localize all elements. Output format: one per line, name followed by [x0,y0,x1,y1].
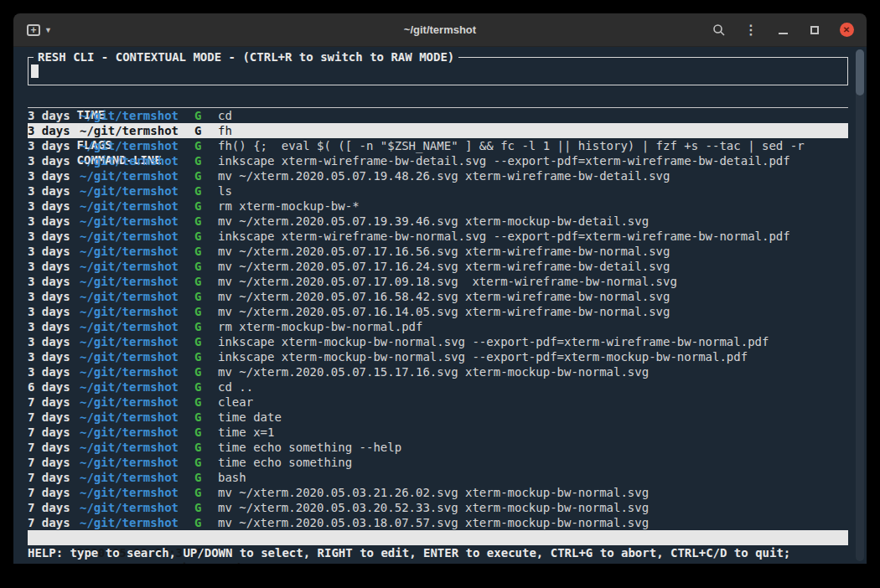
new-tab-button[interactable]: + ▼ [27,24,52,36]
history-row[interactable]: 3 days~/git/termshotGmv ~/xterm.2020.05.… [28,274,848,289]
scrollbar-thumb[interactable] [856,49,864,95]
row-flags: G [194,123,218,138]
row-flags: G [194,500,218,515]
row-host-directory: ~/git/termshot [80,123,194,138]
minimize-button[interactable] [773,20,793,40]
row-flags: G [194,153,218,168]
new-tab-icon: + [27,24,40,36]
row-time: 3 days [28,364,80,379]
history-row[interactable]: 3 days~/git/termshotGmv ~/xterm.2020.05.… [28,364,848,379]
row-host-directory: ~/git/termshot [80,168,194,183]
row-host-directory: ~/git/termshot [80,470,194,485]
history-row[interactable]: 3 days~/git/termshotGmv ~/xterm.2020.05.… [28,289,848,304]
history-row[interactable]: 7 days~/git/termshotGmv ~/xterm.2020.05.… [28,515,848,530]
row-host-directory: ~/git/termshot [80,108,194,123]
scrollbar[interactable] [856,49,864,561]
text-cursor [31,64,39,78]
history-row[interactable]: 3 days~/git/termshotGls [28,183,848,199]
row-command: time date [218,410,282,424]
close-button[interactable]: ✕ [836,20,857,40]
restore-icon [810,26,819,34]
row-flags: G [194,138,218,153]
history-row[interactable]: 7 days~/git/termshotGtime date [28,410,848,425]
row-command: mv ~/xterm.2020.05.07.17.16.56.svg xterm… [218,245,670,258]
menu-button[interactable]: ⋮ [741,20,761,40]
row-host-directory: ~/git/termshot [80,274,194,289]
row-time: 3 days [28,123,80,138]
history-row[interactable]: 3 days~/git/termshotGmv ~/xterm.2020.05.… [28,304,848,319]
terminal-window: + ▼ ~/git/termshot ⋮ ✕ [13,13,867,564]
history-row[interactable]: 3 days~/git/termshotGinkscape xterm-wire… [28,153,848,168]
row-command: mv ~/xterm.2020.05.07.17.09.18.svg xterm… [218,275,677,288]
resh-search-input[interactable]: RESH CLI - CONTEXTUAL MODE - (CTRL+R to … [28,57,848,85]
history-row[interactable]: 7 days~/git/termshotGtime echo something [28,455,848,470]
row-host-directory: ~/git/termshot [80,349,194,364]
row-host-directory: ~/git/termshot [80,425,194,440]
row-flags: G [194,470,218,485]
status-bar: 2020-05-08 00:34:56 tower:~/git/termshot… [28,530,848,545]
row-command: mv ~/xterm.2020.05.07.19.48.26.svg xterm… [218,169,670,183]
row-time: 3 days [28,244,80,259]
history-row[interactable]: 6 days~/git/termshotGcd .. [28,379,848,395]
row-command: fh [218,124,232,137]
row-command: mv ~/xterm.2020.05.07.15.17.16.svg xterm… [218,365,649,379]
history-row[interactable]: 7 days~/git/termshotGclear [28,395,848,410]
row-host-directory: ~/git/termshot [80,500,194,515]
row-command: cd .. [218,380,253,394]
row-host-directory: ~/git/termshot [80,440,194,455]
history-row[interactable]: 3 days~/git/termshotGinkscape xterm-mock… [28,349,848,364]
history-row[interactable]: 7 days~/git/termshotGtime x=1 [28,425,848,440]
row-time: 3 days [28,108,80,123]
history-row[interactable]: 3 days~/git/termshotGrm xterm-mockup-bw-… [28,199,848,214]
row-time: 7 days [28,455,80,470]
row-time: 7 days [28,410,80,425]
row-command: time echo something [218,456,352,469]
history-row[interactable]: 3 days~/git/termshotGfh [28,123,848,138]
history-row[interactable]: 3 days~/git/termshotGmv ~/xterm.2020.05.… [28,259,848,274]
row-time: 6 days [28,379,80,395]
row-host-directory: ~/git/termshot [80,364,194,379]
history-row[interactable]: 3 days~/git/termshotGfh() {; eval $( ([ … [28,138,848,153]
row-flags: G [194,289,218,304]
history-header: TIME HOST:DIRECTORY FLAGS COMMAND-LINE [28,92,848,108]
history-row[interactable]: 7 days~/git/termshotGtime echo something… [28,440,848,455]
chevron-down-icon[interactable]: ▼ [44,26,52,34]
row-time: 7 days [28,485,80,500]
row-command: mv ~/xterm.2020.05.07.16.58.42.svg xterm… [218,290,670,303]
row-time: 3 days [28,229,80,244]
row-host-directory: ~/git/termshot [80,410,194,425]
row-flags: G [194,229,218,244]
row-host-directory: ~/git/termshot [80,455,194,470]
row-command: fh() {; eval $( ([ -n "$ZSH_NAME" ] && f… [218,139,805,152]
history-row[interactable]: 3 days~/git/termshotGmv ~/xterm.2020.05.… [28,214,848,229]
history-row[interactable]: 3 days~/git/termshotGinkscape xterm-mock… [28,334,848,349]
row-flags: G [194,108,218,123]
row-flags: G [194,485,218,500]
history-row[interactable]: 7 days~/git/termshotGbash [28,470,848,485]
row-command: rm xterm-mockup-bw-* [218,199,360,213]
row-time: 3 days [28,259,80,274]
row-flags: G [194,259,218,274]
history-row[interactable]: 3 days~/git/termshotGcd [28,108,848,123]
row-flags: G [194,274,218,289]
search-button[interactable] [709,20,729,40]
restore-button[interactable] [805,20,825,40]
row-command: mv ~/xterm.2020.05.07.19.39.46.svg xterm… [218,214,649,228]
row-flags: G [194,349,218,364]
row-flags: G [194,214,218,229]
row-flags: G [194,425,218,440]
row-command: inkscape xterm-mockup-bw-normal.svg --ex… [218,335,769,348]
history-row[interactable]: 3 days~/git/termshotGrm xterm-mockup-bw-… [28,319,848,334]
history-row[interactable]: 7 days~/git/termshotGmv ~/xterm.2020.05.… [28,485,848,500]
row-flags: G [194,304,218,319]
row-command: mv ~/xterm.2020.05.07.17.16.24.svg xterm… [218,260,670,273]
row-flags: G [194,183,218,199]
history-row[interactable]: 3 days~/git/termshotGmv ~/xterm.2020.05.… [28,244,848,259]
history-row[interactable]: 7 days~/git/termshotGmv ~/xterm.2020.05.… [28,500,848,515]
row-host-directory: ~/git/termshot [80,319,194,334]
history-row[interactable]: 3 days~/git/termshotGmv ~/xterm.2020.05.… [28,168,848,183]
row-host-directory: ~/git/termshot [80,334,194,349]
row-host-directory: ~/git/termshot [80,199,194,214]
history-row[interactable]: 3 days~/git/termshotGinkscape xterm-wire… [28,229,848,244]
row-command: mv ~/xterm.2020.05.07.16.14.05.svg xterm… [218,305,670,318]
